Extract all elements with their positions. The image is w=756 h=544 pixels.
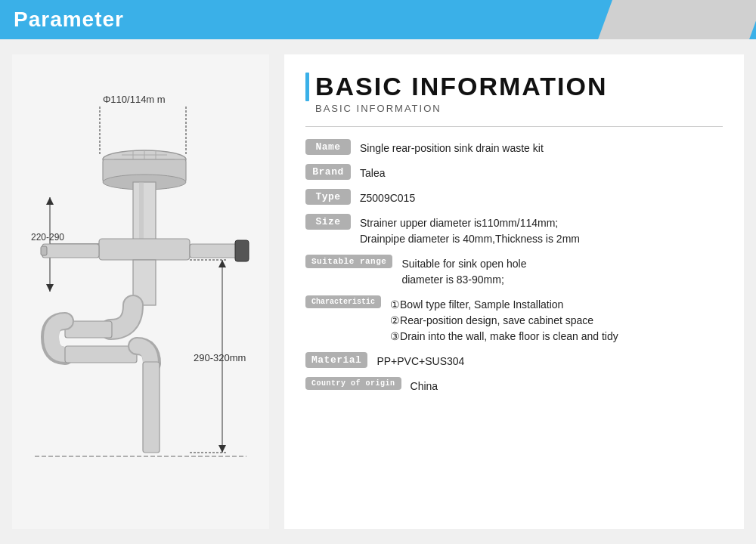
svg-text:290-320mm: 290-320mm (194, 352, 246, 363)
info-panel: BASIC INFORMATION BASIC INFORMATION Name… (284, 54, 744, 529)
svg-marker-32 (218, 445, 226, 453)
svg-rect-18 (139, 182, 144, 243)
svg-text:220-290: 220-290 (31, 232, 64, 243)
value-suitable-range: Suitable for sink open hole diameter is … (401, 255, 526, 288)
value-material: PP+PVC+SUS304 (376, 352, 464, 369)
label-type: Type (305, 189, 351, 205)
label-country: Country of origin (305, 377, 401, 390)
svg-text:Φ110/114m m: Φ110/114m m (103, 94, 166, 105)
value-size: Strainer upper diameter is110mm/114mm; D… (360, 214, 580, 247)
info-divider (305, 126, 723, 127)
page-header: Parameter (0, 0, 756, 39)
label-name: Name (305, 139, 351, 155)
svg-rect-19 (99, 239, 190, 260)
label-brand: Brand (305, 164, 351, 180)
row-suitable-range: Suitable range Suitable for sink open ho… (305, 255, 723, 288)
svg-rect-27 (41, 246, 47, 255)
svg-rect-26 (143, 362, 160, 453)
svg-rect-17 (133, 182, 156, 243)
svg-marker-31 (218, 260, 226, 267)
value-country: China (411, 377, 438, 394)
label-material: Material (305, 352, 367, 368)
page-title: Parameter (14, 8, 124, 32)
row-size: Size Strainer upper diameter is110mm/114… (305, 214, 723, 247)
info-title-main: BASIC INFORMATION (305, 73, 723, 101)
row-name: Name Single rear-position sink drain was… (305, 139, 723, 156)
info-header: BASIC INFORMATION BASIC INFORMATION (305, 73, 723, 114)
title-main-text: BASIC INFORMATION (315, 73, 608, 100)
svg-rect-21 (190, 244, 239, 258)
value-type: Z5009C015 (360, 189, 415, 206)
label-size: Size (305, 214, 351, 230)
product-image-panel: Φ110/114m m 220-290 (12, 54, 269, 529)
value-name: Single rear-position sink drain waste ki… (360, 139, 544, 156)
info-rows: Name Single rear-position sink drain was… (305, 139, 723, 394)
svg-rect-25 (65, 346, 137, 363)
product-illustration: Φ110/114m m 220-290 (27, 80, 254, 503)
svg-rect-22 (235, 240, 249, 261)
info-title-sub: BASIC INFORMATION (315, 103, 723, 114)
value-brand: Talea (360, 164, 385, 181)
value-characteristic: ①Bowl type filter, Sample Installation ②… (390, 295, 618, 345)
label-characteristic: Characteristic (305, 295, 381, 308)
svg-marker-15 (46, 197, 54, 205)
row-characteristic: Characteristic ①Bowl type filter, Sample… (305, 295, 723, 345)
main-content: Φ110/114m m 220-290 (0, 39, 756, 544)
svg-marker-16 (46, 284, 54, 292)
svg-rect-20 (42, 244, 99, 258)
row-type: Type Z5009C015 (305, 189, 723, 206)
row-brand: Brand Talea (305, 164, 723, 181)
product-image-container: Φ110/114m m 220-290 (27, 80, 254, 503)
label-suitable-range: Suitable range (305, 255, 392, 268)
row-material: Material PP+PVC+SUS304 (305, 352, 723, 369)
row-country: Country of origin China (305, 377, 723, 394)
